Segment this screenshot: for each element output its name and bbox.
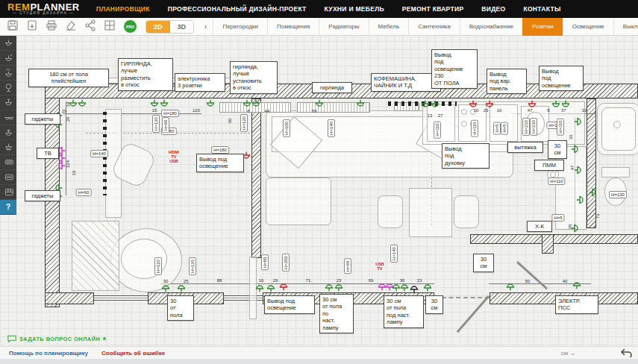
height-label[interactable]: H=120 — [240, 114, 248, 132]
plan-annotation[interactable]: гирлянда, лучше установить в откос — [230, 61, 278, 94]
plan-annotation[interactable]: Вывод под освещение 230 ОТ ПОЛА — [431, 49, 478, 89]
socket-symbol[interactable] — [569, 224, 578, 233]
socket-symbol[interactable] — [485, 98, 494, 107]
height-label[interactable]: H=230 — [530, 118, 537, 136]
nav-item-0[interactable]: ПЛАНИРОВЩИК — [96, 5, 150, 13]
plan-annotation[interactable]: Вывод под освещение — [264, 295, 315, 314]
height-label[interactable]: H=110 — [471, 119, 478, 136]
plan-annotation[interactable]: 30 см — [425, 295, 443, 314]
height-label[interactable]: H=120 — [189, 257, 196, 275]
socket-symbol[interactable] — [58, 161, 67, 170]
height-label[interactable]: H=90 — [76, 189, 92, 196]
socket-symbol[interactable] — [334, 284, 343, 293]
socket-symbol[interactable] — [587, 188, 596, 197]
plan-annotation[interactable]: 30 см от пола под наст. лампу — [384, 295, 424, 328]
plan-annotation[interactable]: ПММ — [534, 160, 564, 171]
plan-annotation[interactable]: Вывод под вар. панель — [487, 69, 527, 94]
plan-annotation[interactable]: ТВ — [37, 148, 59, 159]
socket-symbol[interactable] — [469, 98, 478, 107]
view-3d-button[interactable]: 3D — [170, 21, 194, 33]
nav-item-5[interactable]: КОНТАКТЫ — [523, 5, 560, 13]
height-label[interactable]: H=100 — [283, 119, 290, 137]
height-label[interactable]: H=60 — [344, 259, 351, 274]
outlet-triple-icon[interactable] — [0, 125, 16, 140]
view-2d-button[interactable]: 2D — [146, 21, 170, 33]
socket-symbol[interactable] — [569, 145, 578, 154]
nav-item-2[interactable]: КУХНИ И МЕБЕЛЬ — [325, 5, 384, 13]
report-error-link[interactable]: Сообщить об ошибке — [101, 350, 165, 357]
outlet-floor-icon[interactable] — [0, 140, 16, 155]
tab-0[interactable]: Перегородки — [213, 18, 267, 36]
tv-outlet-icon[interactable]: TV — [0, 66, 16, 81]
plan-annotation[interactable]: Вывод под духовку — [442, 143, 490, 169]
socket-symbol[interactable] — [410, 286, 419, 295]
furniture-30[interactable] — [550, 172, 556, 178]
socket-symbol[interactable] — [206, 98, 215, 107]
socket-symbol[interactable] — [160, 98, 169, 107]
plan-annotation[interactable]: гаджеты — [25, 113, 60, 125]
socket-symbol[interactable] — [431, 98, 440, 107]
tab-8[interactable]: Выключатели — [613, 18, 638, 36]
socket-symbol[interactable] — [251, 98, 260, 107]
plan-annotation[interactable]: 30 см — [548, 140, 567, 159]
electrical-panel-2-icon[interactable] — [0, 185, 16, 200]
height-label[interactable]: H=80 — [261, 255, 269, 271]
plan-annotation[interactable]: 30 от пола — [167, 295, 194, 321]
socket-symbol[interactable] — [161, 285, 170, 294]
floor-plan[interactable]: 180 см от пола плейстейшенГИРЛЯНДА, лучш… — [0, 0, 638, 364]
export-icon[interactable] — [25, 19, 39, 31]
plan-annotation[interactable]: Вывод под освещение — [539, 66, 584, 91]
door-leaf-0[interactable] — [516, 261, 548, 289]
tab-6[interactable]: Розетки — [522, 18, 563, 36]
furniture-9[interactable] — [266, 178, 331, 225]
outlet-low-icon[interactable] — [0, 95, 16, 110]
height-label[interactable]: H=200 — [282, 254, 290, 272]
furniture-14[interactable] — [427, 104, 455, 142]
furniture-11[interactable] — [454, 195, 479, 228]
nav-item-1[interactable]: ПРОФЕССИОНАЛЬНЫЙ ДИЗАЙН-ПРОЕКТ — [168, 5, 307, 13]
plan-annotation[interactable]: 30 см — [473, 254, 494, 272]
socket-symbol[interactable] — [69, 98, 78, 107]
plan-annotation[interactable]: вытяжка — [507, 142, 543, 153]
socket-symbol[interactable] — [325, 284, 334, 293]
height-label[interactable]: H=110 — [548, 178, 565, 185]
eraser-icon[interactable] — [64, 19, 78, 31]
socket-symbol[interactable] — [572, 282, 581, 291]
power-strip-icon[interactable] — [0, 155, 16, 170]
ask-question-online-link[interactable]: ЗАДАТЬ ВОПРОС ОНЛАЙН — [7, 335, 106, 342]
layout-icon[interactable] — [103, 19, 116, 31]
planner-help-link[interactable]: Помощь по планировщику — [9, 350, 88, 357]
plan-annotation[interactable]: 180 см от пола плейстейшен — [28, 69, 109, 87]
plan-annotation[interactable]: электроника 3 розетки — [175, 73, 225, 92]
nav-item-3[interactable]: РЕМОНТ КВАРТИР — [402, 5, 464, 13]
height-label[interactable]: H=120 — [154, 257, 162, 275]
unit-dropdown[interactable]: см ⌄ — [561, 350, 575, 357]
socket-symbol[interactable] — [78, 98, 87, 107]
socket-symbol[interactable] — [572, 166, 581, 175]
tab-4[interactable]: Сантехника — [408, 18, 460, 36]
height-label[interactable]: H=140 — [328, 119, 335, 137]
nav-item-4[interactable]: ВИДЕО — [481, 5, 505, 13]
outlet-icon[interactable] — [0, 36, 16, 51]
electrical-panel-icon[interactable] — [0, 170, 16, 185]
chevron-left-icon[interactable]: ‹ — [204, 22, 207, 31]
height-label[interactable]: H=130 — [609, 191, 627, 198]
height-label[interactable]: H=110 — [557, 118, 564, 135]
plan-annotation[interactable]: гаджеты — [25, 190, 60, 201]
plan-annotation[interactable]: КОФЕМАШИНА, ЧАЙНИК И Т.Д — [371, 73, 441, 92]
plan-annotation[interactable]: гирлянда — [312, 82, 352, 93]
help-button[interactable]: ? — [0, 200, 16, 215]
tab-2[interactable]: Радиаторы — [319, 18, 368, 36]
height-label[interactable]: H=180 — [211, 146, 229, 154]
share-icon[interactable] — [84, 19, 97, 31]
height-label[interactable]: H=90 — [162, 118, 169, 134]
undo-icon[interactable] — [620, 348, 632, 357]
plan-annotation[interactable]: Х-К — [527, 221, 552, 232]
outlet-moisture-icon[interactable] — [0, 51, 16, 66]
socket-symbol[interactable] — [356, 98, 365, 107]
plan-annotation[interactable]: 30 см от пола по наст. лампу — [319, 294, 354, 333]
socket-symbol[interactable] — [561, 98, 570, 107]
height-label[interactable]: H=5 — [493, 122, 501, 134]
tab-7[interactable]: Освещение — [563, 18, 613, 36]
socket-symbol[interactable] — [575, 195, 584, 204]
